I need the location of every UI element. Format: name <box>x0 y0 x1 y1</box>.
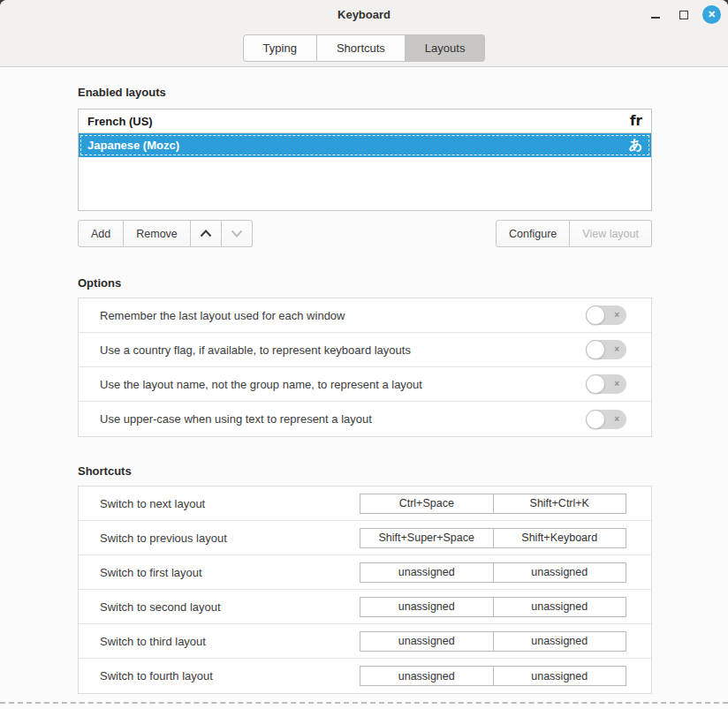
titlebar[interactable]: Keyboard ✕ <box>0 0 728 29</box>
option-row-layout-name: Use the layout name, not the group name,… <box>79 367 651 402</box>
layout-row-japanese[interactable]: Japanese (Mozc) あ <box>79 133 651 157</box>
toggle-knob <box>586 305 605 325</box>
toggle-switch[interactable]: × <box>586 374 626 394</box>
keybinding-group: unassigned unassigned <box>360 631 626 652</box>
shortcut-row-third-layout: Switch to third layout unassigned unassi… <box>79 624 651 659</box>
keybinding-button[interactable]: Shift+Super+Space <box>360 528 494 548</box>
toggle-off-icon: × <box>614 345 619 354</box>
shortcut-row-second-layout: Switch to second layout unassigned unass… <box>79 590 651 624</box>
tab-bar: Typing Shortcuts Layouts <box>0 29 728 62</box>
window-title: Keyboard <box>337 8 391 21</box>
view-layout-button[interactable]: View layout <box>570 220 652 247</box>
option-row-remember-layout: Remember the last layout used for each w… <box>79 298 651 333</box>
toggle-off-icon: × <box>614 415 619 424</box>
keybinding-group: unassigned unassigned <box>360 666 626 686</box>
shortcut-label: Switch to next layout <box>100 497 360 510</box>
window-header: Keyboard ✕ Typing Shortcuts Layouts <box>0 0 728 67</box>
shortcut-label: Switch to previous layout <box>100 532 360 545</box>
tab-group: Typing Shortcuts Layouts <box>243 34 486 62</box>
toggle-knob <box>586 340 605 359</box>
keybinding-group: unassigned unassigned <box>360 562 626 583</box>
window-controls: ✕ <box>646 0 721 29</box>
configure-button[interactable]: Configure <box>496 220 570 247</box>
toggle-switch[interactable]: × <box>586 305 626 325</box>
minimize-icon <box>651 17 660 19</box>
keybinding-group: Shift+Super+Space Shift+Keyboard <box>360 528 626 548</box>
layout-list-toolbar: Add Remove Configure View layout <box>78 220 652 247</box>
shortcuts-heading: Shortcuts <box>78 437 652 478</box>
toggle-switch[interactable]: × <box>586 340 626 359</box>
scroll-area-focus-dash <box>0 702 728 704</box>
layouts-page: Enabled layouts French (US) fr Japanese … <box>0 67 728 709</box>
toggle-knob <box>586 374 605 394</box>
chevron-up-icon <box>200 230 212 238</box>
shortcut-row-next-layout: Switch to next layout Ctrl+Space Shift+C… <box>79 486 651 521</box>
shortcut-row-first-layout: Switch to first layout unassigned unassi… <box>79 555 651 590</box>
toggle-knob <box>586 410 605 429</box>
maximize-button[interactable] <box>674 5 694 25</box>
option-row-upper-case: Use upper-case when using text to repres… <box>79 402 651 436</box>
option-label: Use the layout name, not the group name,… <box>100 378 586 391</box>
chevron-down-icon <box>231 230 243 238</box>
options-heading: Options <box>78 247 652 290</box>
layout-indicator-glyph: fr <box>630 113 642 129</box>
remove-button[interactable]: Remove <box>124 220 191 247</box>
layout-name: French (US) <box>87 115 630 128</box>
shortcut-row-fourth-layout: Switch to fourth layout unassigned unass… <box>79 659 651 693</box>
shortcut-label: Switch to second layout <box>100 600 360 614</box>
add-button[interactable]: Add <box>78 220 124 247</box>
move-up-button[interactable] <box>191 220 222 247</box>
move-down-button[interactable] <box>222 220 253 247</box>
config-button-group: Configure View layout <box>496 220 652 247</box>
layout-name: Japanese (Mozc) <box>87 139 629 152</box>
keybinding-group: unassigned unassigned <box>360 597 626 617</box>
shortcut-label: Switch to third layout <box>100 635 360 648</box>
keyboard-settings-window: Keyboard ✕ Typing Shortcuts Layouts <box>0 0 728 709</box>
keybinding-button[interactable]: unassigned <box>360 597 494 617</box>
maximize-icon <box>679 11 688 19</box>
toggle-off-icon: × <box>614 380 619 388</box>
keybinding-button[interactable]: unassigned <box>493 631 627 652</box>
keybinding-button[interactable]: Shift+Ctrl+K <box>493 494 627 514</box>
keybinding-button[interactable]: Ctrl+Space <box>360 494 494 514</box>
option-row-country-flag: Use a country flag, if available, to rep… <box>79 333 651 367</box>
option-label: Use upper-case when using text to repres… <box>100 412 586 426</box>
keybinding-button[interactable]: unassigned <box>360 666 494 686</box>
toggle-off-icon: × <box>614 311 619 320</box>
enabled-layouts-list: French (US) fr Japanese (Mozc) あ <box>78 109 652 211</box>
tab-typing[interactable]: Typing <box>243 34 317 62</box>
tab-layouts[interactable]: Layouts <box>406 34 486 62</box>
edit-button-group: Add Remove <box>78 220 253 247</box>
keybinding-button[interactable]: unassigned <box>360 562 494 583</box>
minimize-button[interactable] <box>646 5 665 25</box>
tab-shortcuts[interactable]: Shortcuts <box>317 34 406 62</box>
shortcut-label: Switch to fourth layout <box>100 669 360 683</box>
option-label: Use a country flag, if available, to rep… <box>100 343 586 357</box>
keybinding-button[interactable]: unassigned <box>493 666 627 686</box>
keybinding-button[interactable]: unassigned <box>493 562 627 583</box>
enabled-layouts-heading: Enabled layouts <box>78 67 652 99</box>
keybinding-group: Ctrl+Space Shift+Ctrl+K <box>360 494 626 514</box>
option-label: Remember the last layout used for each w… <box>100 309 586 322</box>
shortcut-row-previous-layout: Switch to previous layout Shift+Super+Sp… <box>79 521 651 555</box>
shortcuts-box: Switch to next layout Ctrl+Space Shift+C… <box>78 486 652 694</box>
toggle-switch[interactable]: × <box>586 410 626 429</box>
keybinding-button[interactable]: Shift+Keyboard <box>493 528 627 548</box>
layout-row-french[interactable]: French (US) fr <box>79 109 651 133</box>
shortcut-label: Switch to first layout <box>100 566 360 579</box>
close-button[interactable]: ✕ <box>702 5 721 24</box>
keybinding-button[interactable]: unassigned <box>493 597 627 617</box>
close-icon: ✕ <box>708 9 716 20</box>
options-box: Remember the last layout used for each w… <box>78 298 652 437</box>
layout-indicator-glyph: あ <box>629 137 642 154</box>
keybinding-button[interactable]: unassigned <box>360 631 494 652</box>
